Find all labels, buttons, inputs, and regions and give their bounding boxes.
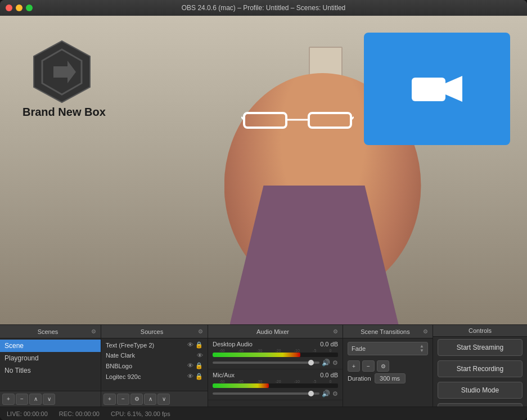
mic-volume-knob[interactable] — [308, 391, 314, 396]
mic-aux-name: Mic/Aux — [213, 372, 235, 378]
source-remove-button[interactable]: − — [117, 394, 129, 405]
sources-header: Sources ⚙ — [101, 325, 208, 338]
cpu-status: CPU: 6.1%, 30.00 fps — [111, 410, 170, 417]
window-title: OBS 24.0.6 (mac) – Profile: Untitled – S… — [182, 4, 345, 12]
sources-settings-icon[interactable]: ⚙ — [198, 328, 203, 335]
scene-item-scene[interactable]: Scene — [0, 340, 101, 352]
duration-label: Duration — [348, 375, 371, 382]
app-window: OBS 24.0.6 (mac) – Profile: Untitled – S… — [0, 0, 527, 420]
source-item-logitec[interactable]: Logitec 920c 👁 🔒 — [101, 371, 208, 382]
mic-aux-meter — [213, 383, 338, 388]
source-up-button[interactable]: ∧ — [144, 394, 156, 405]
scene-remove-button[interactable]: − — [16, 394, 28, 405]
transitions-header: Scene Transitions ⚙ — [343, 325, 433, 338]
audio-settings-icon[interactable]: ⚙ — [333, 328, 338, 335]
scenes-header: Scenes ⚙ — [0, 325, 101, 338]
brand-text: Brand New Box — [22, 106, 106, 119]
scenes-title: Scenes — [4, 328, 91, 335]
svg-rect-7 — [412, 78, 445, 101]
transition-remove-button[interactable]: − — [362, 360, 375, 372]
desktop-audio-meter — [213, 353, 338, 357]
studio-mode-button[interactable]: Studio Mode — [438, 382, 523, 399]
source-icons-logitec: 👁 🔒 — [187, 373, 203, 380]
desktop-mute-icon[interactable]: 🔊 — [322, 359, 330, 367]
bnb-logo — [28, 38, 96, 106]
source-label-nateclark: Nate Clark — [106, 352, 135, 359]
source-list: Text (FreeType 2) 👁 🔒 Nate Clark 👁 BNBLo… — [101, 338, 208, 391]
mic-gear-icon[interactable]: ⚙ — [332, 390, 338, 398]
audio-title: Audio Mixer — [213, 328, 333, 335]
scenes-settings-icon[interactable]: ⚙ — [91, 328, 96, 335]
desktop-meter-labels: -60 -45 -30 -20 -10 -5 0 — [213, 349, 338, 353]
window-controls — [6, 4, 33, 11]
mic-aux-channel: Mic/Aux 0.0 dB -60 -45 -30 -20 -10 -5 0 — [208, 369, 343, 400]
sources-toolbar: + − ⚙ ∧ ∨ — [101, 391, 208, 407]
scene-item-notitles[interactable]: No Titles — [0, 364, 101, 377]
mic-volume-slider[interactable] — [213, 392, 319, 395]
svg-marker-8 — [445, 76, 462, 102]
controls-title: Controls — [438, 327, 523, 334]
start-recording-button[interactable]: Start Recording — [438, 360, 523, 377]
scene-down-button[interactable]: ∨ — [43, 394, 55, 405]
transitions-panel: Scene Transitions ⚙ Fade ▲ ▼ + − ⚙ Durat — [343, 325, 433, 407]
source-add-button[interactable]: + — [103, 394, 116, 405]
duration-input[interactable] — [375, 373, 406, 383]
source-down-button[interactable]: ∨ — [157, 394, 170, 405]
live-status: LIVE: 00:00:00 — [7, 410, 48, 417]
preview-background: Brand New Box — [0, 16, 527, 324]
controls-header: Controls — [433, 325, 527, 337]
source-item-bnblogo[interactable]: BNBLogo 👁 🔒 — [101, 360, 208, 371]
desktop-audio-header: Desktop Audio 0.0 dB — [213, 341, 338, 347]
mic-mute-icon[interactable]: 🔊 — [322, 390, 330, 398]
bottom-panel: Scenes ⚙ Scene Playground No Titles + − … — [0, 324, 527, 420]
sources-title: Sources — [106, 328, 198, 335]
scene-list: Scene Playground No Titles — [0, 338, 101, 391]
titlebar: OBS 24.0.6 (mac) – Profile: Untitled – S… — [0, 0, 527, 16]
source-label-bnblogo: BNBLogo — [106, 363, 132, 369]
source-settings-button[interactable]: ⚙ — [130, 394, 143, 405]
zoom-camera-icon — [409, 69, 465, 109]
audio-panel: Audio Mixer ⚙ Desktop Audio 0.0 dB -60 -… — [208, 325, 343, 407]
desktop-meter-fill — [213, 353, 300, 357]
source-item-nateclark[interactable]: Nate Clark 👁 — [101, 350, 208, 360]
desktop-audio-channel: Desktop Audio 0.0 dB -60 -45 -30 -20 -10… — [208, 338, 343, 369]
desktop-audio-name: Desktop Audio — [213, 341, 253, 347]
controls-panel: Controls Start Streaming Start Recording… — [433, 325, 527, 407]
mic-aux-header: Mic/Aux 0.0 dB — [213, 372, 338, 378]
transition-selected-value: Fade — [352, 345, 420, 352]
status-bar: LIVE: 00:00:00 REC: 00:00:00 CPU: 6.1%, … — [0, 407, 527, 420]
desktop-volume-slider[interactable] — [213, 362, 319, 364]
minimize-button[interactable] — [16, 4, 22, 11]
maximize-button[interactable] — [26, 4, 33, 11]
source-item-freetype[interactable]: Text (FreeType 2) 👁 🔒 — [101, 340, 208, 350]
transitions-settings-icon[interactable]: ⚙ — [423, 328, 428, 335]
panel-sections: Scenes ⚙ Scene Playground No Titles + − … — [0, 325, 527, 407]
scene-item-playground[interactable]: Playground — [0, 352, 101, 364]
preview-area: Brand New Box — [0, 16, 527, 324]
scenes-panel: Scenes ⚙ Scene Playground No Titles + − … — [0, 325, 101, 407]
desktop-volume-row: 🔊 ⚙ — [213, 359, 338, 367]
close-button[interactable] — [6, 4, 12, 11]
source-label-freetype: Text (FreeType 2) — [106, 342, 154, 349]
desktop-volume-knob[interactable] — [308, 360, 314, 365]
desktop-gear-icon[interactable]: ⚙ — [332, 359, 338, 367]
transition-add-remove: + − ⚙ — [343, 359, 433, 373]
sources-panel: Sources ⚙ Text (FreeType 2) 👁 🔒 Nate Cla… — [101, 325, 208, 407]
source-icons-bnblogo: 👁 🔒 — [187, 362, 203, 369]
transition-select-dropdown[interactable]: Fade ▲ ▼ — [348, 342, 428, 355]
transition-gear-button[interactable]: ⚙ — [377, 360, 389, 372]
mic-meter-labels: -60 -45 -30 -20 -10 -5 0 — [213, 380, 338, 383]
mic-volume-row: 🔊 ⚙ — [213, 390, 338, 398]
scene-add-button[interactable]: + — [2, 394, 15, 405]
duration-row: Duration — [343, 373, 433, 383]
mic-meter-fill — [213, 383, 269, 388]
transitions-title: Scene Transitions — [348, 328, 423, 335]
desktop-audio-db: 0.0 dB — [320, 341, 338, 347]
svg-rect-0 — [244, 113, 286, 128]
source-icons-nateclark: 👁 — [197, 352, 203, 359]
glasses-overlay — [241, 109, 354, 131]
start-streaming-button[interactable]: Start Streaming — [438, 339, 523, 356]
scene-up-button[interactable]: ∧ — [29, 394, 42, 405]
rec-status: REC: 00:00:00 — [59, 410, 100, 417]
transition-add-button[interactable]: + — [348, 360, 360, 372]
